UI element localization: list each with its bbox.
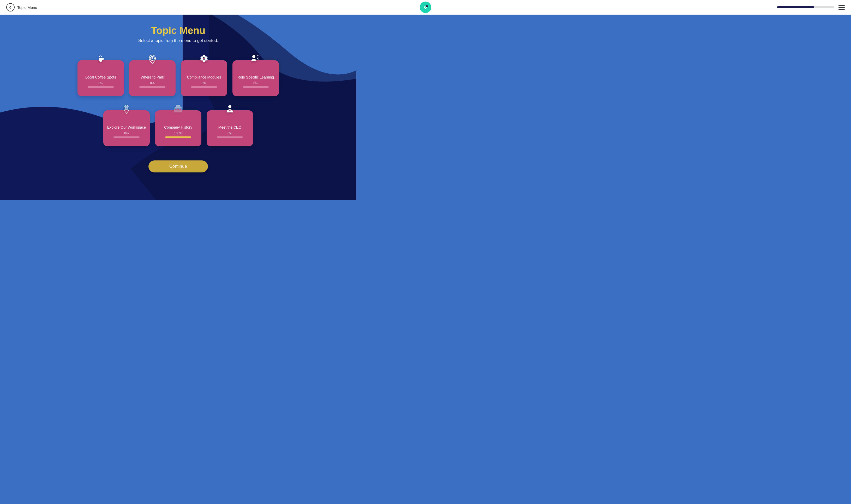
card-role-label: Role Specific Learning (237, 75, 274, 79)
card-history-label: Company History (164, 125, 192, 129)
card-role-learning[interactable]: Role Specific Learning 0% (233, 60, 279, 96)
card-compliance-label: Compliance Modules (187, 75, 221, 79)
card-ceo-label: Meet the CEO (218, 125, 241, 129)
nav-title: Topic Menu (17, 5, 37, 10)
card-compliance[interactable]: Compliance Modules 0% (181, 60, 227, 96)
svg-rect-16 (180, 109, 181, 110)
nav-bar: Topic Menu G (0, 0, 356, 15)
card-compliance-progress: 0% (202, 82, 206, 85)
card-explore-progress: 0% (124, 131, 129, 135)
svg-rect-14 (177, 109, 178, 110)
card-history-bar (165, 137, 191, 138)
svg-rect-15 (178, 109, 179, 110)
card-local-coffee-label: Local Coffee Spots (85, 75, 116, 79)
continue-button[interactable]: Continue (148, 160, 208, 173)
card-role-bar (242, 86, 269, 88)
svg-rect-13 (175, 109, 176, 110)
card-role-progress: 0% (253, 82, 258, 85)
svg-rect-7 (125, 107, 128, 109)
role-icon (251, 55, 260, 64)
card-meet-ceo[interactable]: Meet the CEO 0% (206, 110, 253, 146)
card-ceo-bar (217, 137, 243, 138)
card-explore-workspace[interactable]: Explore Our Workspace 0% (103, 110, 150, 146)
card-where-to-park-label: Where to Park (141, 75, 164, 79)
card-explore-label: Explore Our Workspace (107, 125, 146, 129)
main-content: Topic Menu Select a topic from the menu … (0, 0, 356, 200)
cards-row-1: Local Coffee Spots 0% P Where to Park 0% (77, 52, 279, 96)
coffee-icon (96, 55, 105, 65)
parking-icon: P (148, 55, 156, 66)
ceo-icon (226, 105, 234, 115)
card-where-to-park[interactable]: P Where to Park 0% (129, 60, 176, 96)
page-subtitle: Select a topic from the menu to get star… (138, 38, 218, 43)
card-local-coffee[interactable]: Local Coffee Spots 0% (77, 60, 124, 96)
back-button[interactable] (6, 3, 15, 12)
page-title: Topic Menu (151, 25, 205, 36)
svg-text:P: P (151, 57, 153, 60)
svg-rect-18 (229, 110, 231, 111)
gear-icon (200, 55, 208, 65)
card-local-coffee-progress: 0% (98, 82, 103, 85)
history-icon (174, 105, 183, 114)
card-where-to-park-bar (139, 86, 165, 88)
card-compliance-bar (191, 86, 217, 88)
card-local-coffee-bar (88, 86, 114, 88)
cards-row-2: Explore Our Workspace 0% (103, 103, 253, 146)
card-where-to-park-progress: 0% (150, 82, 155, 85)
card-explore-bar (113, 137, 140, 138)
content-area: Topic Menu Select a topic from the menu … (0, 15, 356, 173)
card-history-progress: 100% (174, 131, 182, 135)
svg-point-6 (252, 55, 255, 58)
card-company-history[interactable]: Company History 100% (155, 110, 201, 146)
card-ceo-progress: 0% (228, 131, 232, 135)
building-icon (123, 105, 130, 116)
svg-point-17 (228, 105, 231, 108)
nav-left: Topic Menu (6, 3, 37, 12)
